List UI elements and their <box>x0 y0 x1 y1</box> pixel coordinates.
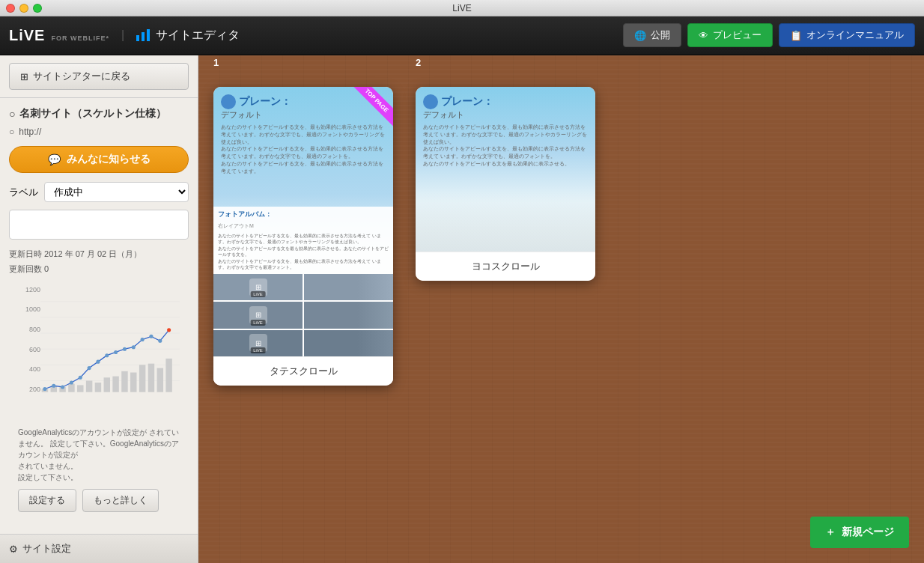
svg-point-31 <box>132 345 136 349</box>
photo-tile-2 <box>304 274 393 300</box>
svg-rect-11 <box>86 380 92 392</box>
svg-rect-12 <box>95 383 101 392</box>
top-page-corner: TOP PAGE <box>341 87 393 139</box>
svg-rect-9 <box>68 383 74 392</box>
page-2-card[interactable]: プレーン： デフォルト あなたのサイトをアピールする文を、最も効果的に表示させる… <box>416 87 595 281</box>
logo-text: LiVE FOR WEBLIFE* <box>9 27 109 44</box>
svg-point-24 <box>70 380 73 384</box>
chart-area: 1200 1000 800 600 400 200 <box>9 286 189 427</box>
svg-point-35 <box>167 328 171 332</box>
label-text: ラベル <box>9 186 38 199</box>
page-1-wrapper: 1 TOP PAGE プレーン： デフォルト <box>213 70 393 386</box>
photo-tiles: ⊞ LiVE ⊞ LiVE <box>213 274 393 356</box>
maximize-btn[interactable] <box>33 4 42 13</box>
svg-rect-15 <box>121 371 127 392</box>
sidebar-top: ⊞ サイトシアターに戻る <box>0 55 198 98</box>
scene-decoration-2 <box>416 192 595 252</box>
analytics-note: GoogleAnalyticsのアカウントが設定が されていません。 設定して下… <box>9 427 189 483</box>
memo-input[interactable] <box>9 210 189 240</box>
globe-icon: 🌐 <box>634 30 646 41</box>
top-toolbar: LiVE FOR WEBLIFE* | サイトエディタ 🌐 公開 👁 プレビュー… <box>0 16 924 55</box>
photo-tile-5: ⊞ LiVE <box>213 330 303 356</box>
sidebar-content: ○ 名刺サイト（スケルトン仕様） ○ http:// 💬 みんなに知らせる ラベ… <box>0 98 198 534</box>
svg-rect-19 <box>157 368 163 392</box>
svg-point-33 <box>149 334 153 338</box>
site-editor-label: サイトエディタ <box>156 28 240 43</box>
titlebar: LiVE <box>0 0 924 16</box>
window-title: LiVE <box>452 3 471 13</box>
svg-point-26 <box>88 366 91 370</box>
svg-rect-17 <box>139 365 145 392</box>
svg-rect-16 <box>130 372 136 392</box>
update-date: 2012 年 07 月 02 日（月） <box>44 249 142 258</box>
svg-rect-14 <box>112 376 118 392</box>
label-select[interactable]: 作成中 <box>44 182 189 202</box>
photo-tile-3: ⊞ LiVE <box>213 302 303 328</box>
preview-body-2: あなたのサイトをアピールする文を、最も効果的に表示させる方法を考えて います。わ… <box>423 124 588 168</box>
album-subtitle: 右レイアウトM <box>213 222 393 233</box>
minimize-btn[interactable] <box>19 4 28 13</box>
svg-point-29 <box>114 350 118 354</box>
analytics-buttons: 設定する もっと詳しく <box>9 489 189 521</box>
content-area: 1 TOP PAGE プレーン： デフォルト <box>198 55 924 563</box>
sidebar-bottom: ⚙ サイト設定 <box>0 534 198 563</box>
svg-point-25 <box>79 375 82 379</box>
settings-button[interactable]: 設定する <box>18 489 76 512</box>
svg-point-21 <box>43 387 46 391</box>
svg-point-34 <box>158 338 162 342</box>
svg-point-30 <box>123 347 127 350</box>
update-count: 0 <box>44 264 49 273</box>
site-title: ○ 名刺サイト（スケルトン仕様） <box>9 107 189 121</box>
notify-button[interactable]: 💬 みんなに知らせる <box>9 146 189 173</box>
svg-point-28 <box>105 353 109 357</box>
logo-area: LiVE FOR WEBLIFE* | サイトエディタ <box>9 27 240 44</box>
chat-icon: 💬 <box>48 153 61 165</box>
grid-icon: ⊞ <box>20 71 28 82</box>
photo-tile-6 <box>304 330 393 356</box>
eye-icon: 👁 <box>699 30 708 41</box>
svg-point-23 <box>61 385 64 389</box>
svg-point-22 <box>52 383 55 387</box>
gear-icon: ⚙ <box>9 544 18 555</box>
update-info: 更新日時 2012 年 07 月 02 日（月） 更新回数 0 <box>9 247 189 277</box>
page-1-card[interactable]: TOP PAGE プレーン： デフォルト あなたのサイトをアピールする文を、最も… <box>213 87 393 386</box>
preview-title-2: プレーン： <box>423 94 588 109</box>
site-settings-button[interactable]: ⚙ サイト設定 <box>9 542 71 556</box>
close-btn[interactable] <box>6 4 15 13</box>
update-date-label: 更新日時 <box>9 249 42 258</box>
svg-rect-10 <box>77 385 83 392</box>
logo-bars-icon <box>136 29 150 41</box>
more-button[interactable]: もっと詳しく <box>82 489 159 512</box>
album-section: フォトアルバム： 右レイアウトM あなたのサイトをアピールする文を、最も効果的に… <box>213 207 393 356</box>
main-layout: ⊞ サイトシアターに戻る ○ 名刺サイト（スケルトン仕様） ○ http:// … <box>0 55 924 563</box>
svg-point-27 <box>96 359 100 363</box>
preview-button[interactable]: 👁 プレビュー <box>687 23 773 47</box>
new-page-button[interactable]: ＋ 新規ページ <box>810 517 909 548</box>
photo-tile-1: ⊞ LiVE <box>213 274 303 300</box>
plus-icon: ＋ <box>825 526 836 539</box>
chart-y-labels: 1200 1000 800 600 400 200 <box>18 286 40 406</box>
site-url: ○ http:// <box>9 127 189 137</box>
page-2-label: ヨコスクロール <box>416 252 595 281</box>
page-grid: 1 TOP PAGE プレーン： デフォルト <box>213 70 909 386</box>
chart-svg <box>40 286 180 406</box>
sidebar: ⊞ サイトシアターに戻る ○ 名刺サイト（スケルトン仕様） ○ http:// … <box>0 55 198 563</box>
svg-rect-20 <box>165 359 171 392</box>
top-page-badge: TOP PAGE <box>351 87 393 127</box>
svg-rect-13 <box>104 377 110 392</box>
page-1-label: タテスクロール <box>213 356 393 386</box>
publish-button[interactable]: 🌐 公開 <box>623 23 681 47</box>
chart-container: 1200 1000 800 600 400 200 <box>18 286 180 421</box>
page-2-number: 2 <box>416 57 421 68</box>
album-body: あなたのサイトをアピールする文を、最も効果的に表示させる方法を考えて います。わ… <box>213 233 393 270</box>
manual-button[interactable]: 📋 オンラインマニュアル <box>779 23 915 47</box>
back-button[interactable]: ⊞ サイトシアターに戻る <box>9 63 189 90</box>
globe-small-icon: ○ <box>9 127 14 137</box>
preview-subtitle-2: デフォルト <box>423 109 588 121</box>
book-icon: 📋 <box>790 30 802 41</box>
svg-point-32 <box>141 338 145 341</box>
preview-content-2: プレーン： デフォルト あなたのサイトをアピールする文を、最も効果的に表示させる… <box>416 87 595 175</box>
page-2-preview: プレーン： デフォルト あなたのサイトをアピールする文を、最も効果的に表示させる… <box>416 87 595 252</box>
page-2-wrapper: 2 プレーン： デフォルト あなたのサイトをアピールする文を、最も効果的に表示さ… <box>416 70 595 386</box>
svg-rect-18 <box>148 363 154 392</box>
